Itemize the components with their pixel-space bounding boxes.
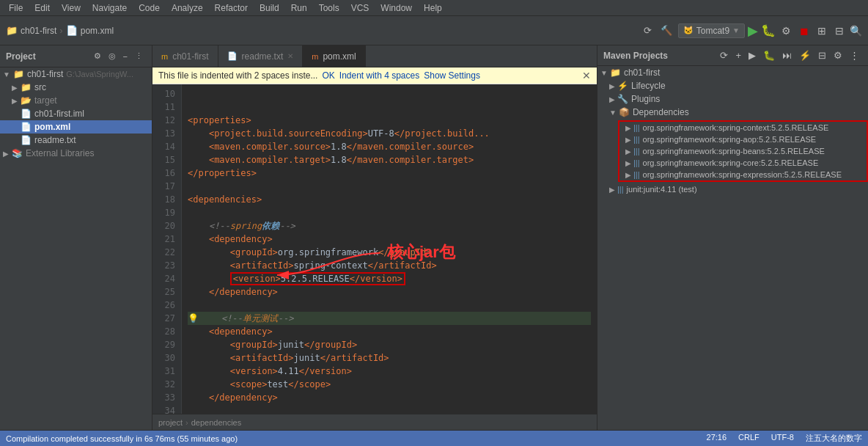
maven-plugins[interactable]: ▶ 🔧 Plugins — [597, 92, 868, 106]
code-line — [188, 180, 591, 193]
code-line-27: 💡 <!--单元测试--> — [188, 312, 591, 325]
menu-analyze[interactable]: Analyze — [166, 1, 209, 15]
toolbar-right: ⟳ 🔨 🐱 Tomcat9 ▼ ▶ 🐛 ⚙ ◼ ⊞ ⊟ 🔍 — [641, 22, 862, 40]
menu-code[interactable]: Code — [133, 1, 166, 15]
maven-more-btn[interactable]: ⋮ — [847, 48, 862, 62]
code-line: <version>4.11</version> — [188, 365, 591, 378]
code-line: <project.build.sourceEncoding>UTF-8</pro… — [188, 127, 591, 140]
menu-run[interactable]: Run — [285, 1, 313, 15]
maven-skip-btn[interactable]: ⏭ — [779, 48, 795, 62]
coverage-btn[interactable]: ⚙ — [779, 22, 794, 40]
tree-ext-libs[interactable]: ▶ 📚 External Libraries — [0, 147, 152, 160]
menu-help[interactable]: Help — [418, 1, 448, 15]
menu-view[interactable]: View — [56, 1, 87, 15]
code-line — [188, 404, 591, 414]
menu-edit[interactable]: Edit — [29, 1, 56, 15]
code-content[interactable]: <properties> <project.build.sourceEncodi… — [182, 84, 597, 414]
statusbar: Compilation completed successfully in 6s… — [0, 430, 868, 446]
project-collapse-btn[interactable]: − — [120, 48, 130, 64]
code-line: <properties> — [188, 114, 591, 127]
status-line-col: 27:16 — [707, 433, 727, 444]
code-line: </dependency> — [188, 391, 591, 404]
project-scroll-btn[interactable]: ◎ — [106, 48, 119, 64]
project-gear-btn[interactable]: ⋮ — [132, 48, 146, 64]
project-tree: ▼ 📁 ch01-first G:\Java\SpringW... ▶ 📁 sr… — [0, 67, 152, 430]
maven-dep-spring-core[interactable]: ▶ ||| org.springframework:spring-core:5.… — [619, 157, 867, 169]
version-line: <version>5.2.5.RELEASE</version> — [188, 272, 591, 285]
tree-root[interactable]: ▼ 📁 ch01-first G:\Java\SpringW... — [0, 67, 152, 81]
maven-refresh-btn[interactable]: ⟳ — [717, 48, 731, 62]
breadcrumb-project: ch01-first — [21, 26, 56, 36]
menu-vcs[interactable]: VCS — [345, 1, 375, 15]
tree-readme[interactable]: ▶ 📄 readme.txt — [0, 134, 152, 147]
notification-indent[interactable]: Indent with 4 spaces — [339, 70, 419, 81]
maven-deps-highlight-box: ▶ ||| org.springframework:spring-context… — [618, 120, 868, 182]
sync-btn[interactable]: ⟳ — [641, 22, 655, 39]
tomcat-select[interactable]: 🐱 Tomcat9 ▼ — [678, 23, 745, 38]
maven-debug-btn[interactable]: 🐛 — [760, 48, 778, 62]
layout-btn[interactable]: ⊞ — [814, 22, 829, 40]
debug-button[interactable]: 🐛 — [761, 23, 776, 37]
menu-refactor[interactable]: Refactor — [209, 1, 254, 15]
code-line: </properties> — [188, 167, 591, 180]
tree-iml[interactable]: ▶ 📄 ch01-first.iml — [0, 107, 152, 120]
status-encoding: CRLF — [738, 433, 760, 444]
build-btn[interactable]: 🔨 — [658, 22, 675, 39]
tree-src[interactable]: ▶ 📁 src — [0, 81, 152, 94]
menu-window[interactable]: Window — [375, 1, 418, 15]
menubar: File Edit View Navigate Code Analyze Ref… — [0, 0, 868, 16]
maven-settings-btn[interactable]: ⚙ — [831, 48, 845, 62]
code-line: <groupId>junit</groupId> — [188, 338, 591, 351]
code-line — [188, 206, 591, 219]
maven-panel: Maven Projects ⟳ + ▶ 🐛 ⏭ ⚡ ⊟ ⚙ ⋮ ▼ 📁 ch0… — [597, 45, 868, 430]
tab-readme[interactable]: 📄 readme.txt ✕ — [218, 45, 304, 67]
code-line: <dependency> — [188, 233, 591, 246]
maven-toggle-btn[interactable]: ⚡ — [796, 48, 814, 62]
status-message: Compilation completed successfully in 6s… — [6, 434, 238, 443]
menu-file[interactable]: File — [3, 1, 29, 15]
notification-close[interactable]: ✕ — [582, 70, 591, 81]
code-line — [188, 100, 591, 114]
menu-navigate[interactable]: Navigate — [87, 1, 133, 15]
maven-root[interactable]: ▼ 📁 ch01-first — [597, 66, 868, 79]
tree-pom-xml[interactable]: ▶ 📄 pom.xml — [0, 120, 152, 134]
maven-run-btn[interactable]: ▶ — [746, 48, 759, 62]
code-line: <maven.compiler.target>1.8</maven.compil… — [188, 153, 591, 167]
code-line: <!--spring依赖--> — [188, 219, 591, 233]
search-btn[interactable]: 🔍 — [850, 25, 862, 37]
maven-title: Maven Projects — [603, 51, 668, 61]
stop-btn[interactable]: ◼ — [797, 22, 812, 40]
maven-add-btn[interactable]: + — [732, 48, 744, 62]
menu-tools[interactable]: Tools — [313, 1, 345, 15]
maven-dep-spring-beans[interactable]: ▶ ||| org.springframework:spring-beans:5… — [619, 145, 867, 157]
notification-settings[interactable]: Show Settings — [424, 70, 480, 81]
code-line: </dependency> — [188, 285, 591, 299]
maven-lifecycle[interactable]: ▶ ⚡ Lifecycle — [597, 79, 868, 92]
maven-dep-spring-context[interactable]: ▶ ||| org.springframework:spring-context… — [619, 122, 867, 134]
maven-tree: ▼ 📁 ch01-first ▶ ⚡ Lifecycle ▶ 🔧 Plugins… — [597, 66, 868, 430]
code-line — [188, 299, 591, 312]
editor-area: m ch01-first 📄 readme.txt ✕ m pom.xml Th… — [152, 45, 597, 430]
notification-ok[interactable]: OK — [322, 70, 334, 81]
code-line: <artifactId>spring-context</artifactId> — [188, 259, 591, 272]
menu-build[interactable]: Build — [254, 1, 285, 15]
maven-dep-junit[interactable]: ▶ ||| junit:junit:4.11 (test) — [597, 183, 868, 195]
code-line: <artifactId>junit</artifactId> — [188, 351, 591, 365]
tree-target[interactable]: ▶ 📂 target — [0, 94, 152, 107]
layout2-btn[interactable]: ⊟ — [832, 22, 847, 40]
maven-dep-spring-expression[interactable]: ▶ ||| org.springframework:spring-express… — [619, 169, 867, 180]
maven-collapse-all[interactable]: ⊟ — [815, 48, 829, 62]
tab-pom-xml[interactable]: m pom.xml — [303, 45, 366, 67]
maven-dep-spring-aop[interactable]: ▶ ||| org.springframework:spring-aop:5.2… — [619, 134, 867, 145]
code-editor[interactable]: 10 11 12 13 14 15 16 17 18 19 20 21 22 2… — [152, 84, 597, 414]
tab-ch01-first[interactable]: m ch01-first — [152, 45, 218, 67]
code-line: <maven.compiler.source>1.8</maven.compil… — [188, 140, 591, 153]
run-button[interactable]: ▶ — [748, 23, 758, 39]
tabs-bar: m ch01-first 📄 readme.txt ✕ m pom.xml — [152, 45, 597, 67]
code-line: <scope>test</scope> — [188, 378, 591, 391]
code-line: <dependencies> — [188, 193, 591, 206]
tab-close-readme[interactable]: ✕ — [287, 52, 293, 60]
maven-dependencies[interactable]: ▼ 📦 Dependencies — [597, 106, 868, 119]
line-numbers: 10 11 12 13 14 15 16 17 18 19 20 21 22 2… — [152, 84, 182, 414]
project-settings-btn[interactable]: ⚙ — [91, 48, 104, 64]
